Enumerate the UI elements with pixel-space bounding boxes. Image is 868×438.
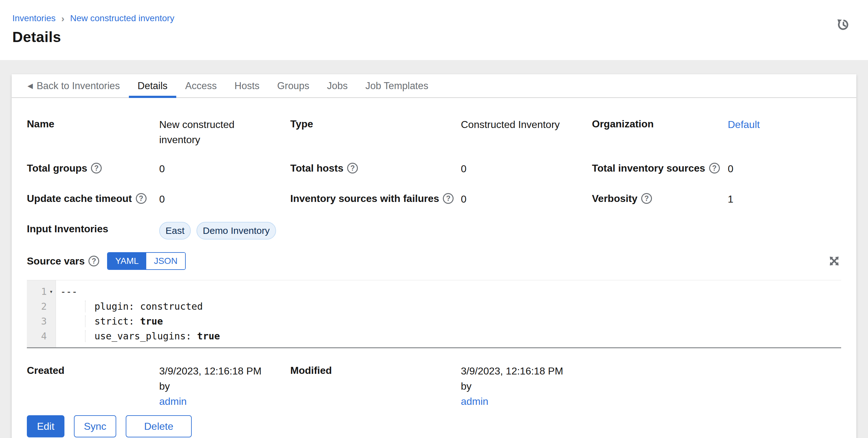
- help-icon[interactable]: ?: [88, 256, 99, 266]
- page-header: Inventories › New constructed inventory …: [0, 0, 868, 60]
- tab-label: Back to Inventories: [37, 80, 120, 92]
- meta-row: Created 3/9/2023, 12:16:18 PM by admin M…: [27, 363, 841, 409]
- total-groups-label: Total groups: [27, 161, 87, 175]
- input-inventories-row: Input Inventories East Demo Inventory: [27, 222, 841, 239]
- tab-label: Access: [185, 80, 217, 92]
- editor-gutter: 1 ▾ 2 3 4: [27, 280, 56, 347]
- breadcrumb-link-current-inventory[interactable]: New constructed inventory: [70, 13, 174, 23]
- action-buttons: Edit Sync Delete: [27, 415, 841, 437]
- sync-button[interactable]: Sync: [74, 415, 116, 437]
- tab-label: Job Templates: [366, 80, 428, 92]
- tab-label: Hosts: [235, 80, 259, 92]
- update-cache-timeout-value: 0: [159, 192, 290, 207]
- json-toggle-button[interactable]: JSON: [146, 253, 185, 269]
- help-icon[interactable]: ?: [136, 193, 147, 204]
- name-label: Name: [27, 117, 159, 131]
- breadcrumb: Inventories › New constructed inventory: [12, 13, 851, 23]
- type-value: Constructed Inventory: [461, 117, 592, 132]
- line-number: 4: [28, 329, 47, 344]
- tab-job-templates[interactable]: Job Templates: [356, 74, 437, 97]
- tab-label: Groups: [277, 80, 310, 92]
- breadcrumb-link-inventories[interactable]: Inventories: [12, 13, 56, 23]
- code-line: strict: true: [60, 314, 841, 329]
- created-timestamp: 3/9/2023, 12:16:18 PM by: [159, 365, 261, 392]
- fold-caret-icon[interactable]: ▾: [47, 284, 56, 299]
- organization-label: Organization: [592, 117, 728, 131]
- expand-arrows-icon: [828, 254, 841, 268]
- help-icon[interactable]: ?: [443, 193, 454, 204]
- total-hosts-label: Total hosts: [290, 161, 343, 175]
- tab-hosts[interactable]: Hosts: [225, 74, 268, 97]
- code-line: use_vars_plugins: true: [60, 329, 841, 344]
- help-icon[interactable]: ?: [91, 163, 102, 174]
- tab-back-to-inventories[interactable]: ◀ Back to Inventories: [19, 74, 129, 97]
- code-line: ---: [60, 284, 841, 299]
- verbosity-value: 1: [728, 192, 841, 207]
- modified-timestamp: 3/9/2023, 12:16:18 PM by: [461, 365, 563, 392]
- history-icon: [835, 17, 850, 32]
- line-number: 3: [28, 314, 47, 329]
- modified-by-link[interactable]: admin: [461, 396, 488, 407]
- expand-editor-button[interactable]: [827, 254, 841, 268]
- verbosity-label: Verbosity: [592, 192, 638, 205]
- tab-label: Details: [138, 80, 168, 92]
- detail-row: Name New constructed inventory Type Cons…: [27, 117, 841, 147]
- tab-access[interactable]: Access: [176, 74, 225, 97]
- details-card: ◀ Back to Inventories Details Access Hos…: [12, 74, 856, 438]
- help-icon[interactable]: ?: [347, 163, 358, 174]
- input-inventories-chips: East Demo Inventory: [159, 222, 841, 239]
- source-vars-row: Source vars ? YAML JSON: [27, 252, 841, 270]
- total-inventory-sources-label: Total inventory sources: [592, 161, 705, 175]
- input-inventories-label: Input Inventories: [27, 222, 159, 236]
- editor-content: --- plugin: constructed strict: true use…: [56, 280, 841, 347]
- help-icon[interactable]: ?: [641, 193, 652, 204]
- page-title: Details: [12, 28, 851, 46]
- source-vars-format-toggle: YAML JSON: [107, 252, 186, 270]
- line-number: 2: [28, 299, 47, 314]
- detail-row: Update cache timeout ? 0 Inventory sourc…: [27, 192, 841, 207]
- help-icon[interactable]: ?: [709, 163, 720, 174]
- name-value: New constructed inventory: [159, 117, 254, 147]
- tab-groups[interactable]: Groups: [269, 74, 318, 97]
- tab-label: Jobs: [327, 80, 347, 92]
- delete-button[interactable]: Delete: [126, 415, 192, 437]
- inventory-sources-with-failures-value: 0: [461, 192, 592, 207]
- type-label: Type: [290, 117, 461, 131]
- code-line: plugin: constructed: [60, 299, 841, 314]
- yaml-toggle-button[interactable]: YAML: [108, 253, 146, 269]
- back-caret-icon: ◀: [28, 83, 33, 89]
- input-inventory-chip[interactable]: Demo Inventory: [196, 222, 276, 239]
- inventory-sources-with-failures-label: Inventory sources with failures: [290, 192, 439, 205]
- total-groups-value: 0: [159, 161, 290, 176]
- source-vars-label: Source vars: [27, 254, 85, 268]
- breadcrumb-separator-icon: ›: [61, 13, 64, 23]
- tab-bar: ◀ Back to Inventories Details Access Hos…: [12, 74, 856, 98]
- line-number: 1: [28, 284, 47, 299]
- source-vars-editor[interactable]: 1 ▾ 2 3 4 --- plugin: constructed: [27, 280, 841, 348]
- created-by-link[interactable]: admin: [159, 396, 187, 407]
- total-inventory-sources-value: 0: [728, 161, 841, 176]
- update-cache-timeout-label: Update cache timeout: [27, 192, 132, 205]
- tab-jobs[interactable]: Jobs: [318, 74, 356, 97]
- edit-button[interactable]: Edit: [27, 415, 64, 437]
- total-hosts-value: 0: [461, 161, 592, 176]
- created-label: Created: [27, 363, 159, 377]
- organization-link[interactable]: Default: [728, 119, 760, 130]
- history-button[interactable]: [835, 16, 851, 32]
- input-inventory-chip[interactable]: East: [159, 222, 191, 239]
- tab-details[interactable]: Details: [129, 74, 177, 97]
- details-body: Name New constructed inventory Type Cons…: [12, 98, 856, 438]
- detail-row: Total groups ? 0 Total hosts ? 0 Total i…: [27, 161, 841, 176]
- modified-label: Modified: [290, 363, 461, 377]
